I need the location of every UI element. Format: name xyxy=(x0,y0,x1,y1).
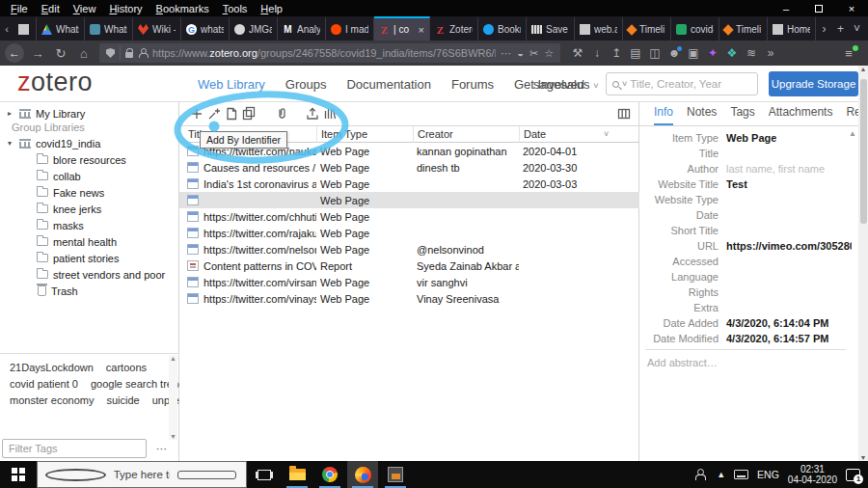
field-value[interactable]: 4/3/2020, 6:14:04 PM xyxy=(726,317,828,329)
back-button[interactable]: ← xyxy=(5,43,24,63)
column-header-creator[interactable]: Creator xyxy=(413,126,519,143)
menu-item[interactable]: Help xyxy=(254,3,289,14)
add-by-identifier-icon[interactable] xyxy=(206,106,222,122)
clock[interactable]: 02:3104-04-2020 xyxy=(788,464,837,486)
tag-item[interactable]: monster economy xyxy=(10,394,94,406)
show-hidden-icons-chevron[interactable]: ▲ xyxy=(717,470,725,479)
new-tab-button[interactable]: + xyxy=(832,16,849,41)
file-explorer-button[interactable] xyxy=(282,461,312,488)
overflow-icon[interactable]: » xyxy=(761,46,780,60)
browser-tab[interactable]: G whats xyxy=(181,16,230,41)
browser-tab[interactable]: I mad xyxy=(326,16,374,41)
account-icon[interactable]: ☻ xyxy=(665,46,684,60)
reload-button[interactable]: ↻ xyxy=(49,46,72,61)
browser-tab[interactable]: web.archiv xyxy=(575,16,623,41)
browser-tab[interactable]: Whats xyxy=(85,16,133,41)
details-tab[interactable]: Tags xyxy=(730,105,754,125)
send-tab-icon[interactable]: ↥ xyxy=(607,46,626,60)
minimize-button[interactable]: – xyxy=(770,0,802,16)
upgrade-storage-button[interactable]: Upgrade Storage xyxy=(769,71,858,96)
table-row[interactable]: Causes and resources / C… Web Page dines… xyxy=(179,159,639,176)
expand-arrow-icon[interactable]: ▸ xyxy=(5,109,14,118)
table-row[interactable]: https://twitter.com/virsang… Web Page vi… xyxy=(179,274,639,290)
task-view-button[interactable] xyxy=(249,461,280,488)
tag-item[interactable]: google search trends xyxy=(91,378,179,390)
menu-item[interactable]: History xyxy=(102,3,149,14)
tag-item[interactable]: suicide xyxy=(106,394,139,406)
image-viewer-button[interactable] xyxy=(380,461,411,488)
browser-tab[interactable]: Save P xyxy=(527,16,575,41)
sidebar-collection[interactable]: patient stories xyxy=(0,250,178,266)
export-icon[interactable] xyxy=(305,106,320,122)
pocket-icon[interactable]: ◒ xyxy=(517,47,524,60)
rss-icon[interactable]: ≋ xyxy=(742,46,761,60)
sidebar-icon[interactable]: ◫ xyxy=(645,46,665,60)
site-nav-link[interactable]: Forums xyxy=(451,77,494,92)
menu-item[interactable]: File xyxy=(4,3,35,14)
tag-item[interactable]: cartoons xyxy=(106,362,147,373)
hamburger-menu-icon[interactable]: ≡ xyxy=(839,46,858,61)
browser-tab[interactable]: Whats xyxy=(37,16,85,41)
browser-tab[interactable]: covid- xyxy=(671,16,719,41)
scroll-down-icon[interactable]: ▼ xyxy=(860,454,867,461)
sidebar-collection[interactable]: knee jerks xyxy=(0,201,178,217)
tracking-shield-icon[interactable] xyxy=(106,48,115,58)
browser-tab[interactable]: JMGa xyxy=(230,16,278,41)
close-button[interactable]: × xyxy=(835,0,868,16)
column-header-item-type[interactable]: Item Type xyxy=(316,126,413,143)
field-value[interactable]: Web Page xyxy=(726,132,776,144)
field-value[interactable]: 4/3/2020, 6:14:57 PM xyxy=(726,333,828,344)
browser-tab[interactable]: Z | co × xyxy=(374,16,430,41)
wrench-icon[interactable]: ⚒ xyxy=(568,46,587,60)
bookmark-star-icon[interactable]: ☆ xyxy=(544,47,554,60)
table-row[interactable]: https://twitter.com/rajaku… Web Page xyxy=(179,225,639,241)
extension2-icon[interactable]: ❖ xyxy=(722,46,742,60)
field-value[interactable]: https://vimeo.com/305280490 xyxy=(726,240,852,252)
forward-button[interactable]: → xyxy=(26,46,49,61)
site-nav-link[interactable]: Groups xyxy=(285,77,327,92)
library-lookup-icon[interactable] xyxy=(322,106,338,122)
language-indicator[interactable]: ENG xyxy=(757,469,779,480)
details-scroll-up-icon[interactable]: ▲ xyxy=(849,129,856,138)
field-value[interactable]: Test xyxy=(726,178,747,190)
collapse-arrow-icon[interactable]: ▾ xyxy=(5,139,14,148)
details-tab[interactable]: Attachments xyxy=(769,105,833,125)
browser-tab[interactable]: Home xyxy=(768,16,816,41)
abstract-placeholder[interactable]: Add abstract… xyxy=(647,357,718,368)
tag-item[interactable]: covid patient 0 xyxy=(10,378,78,390)
new-note-icon[interactable] xyxy=(224,106,239,122)
site-nav-link[interactable]: Web Library xyxy=(198,77,265,92)
screenshot-icon[interactable]: ✂ xyxy=(529,47,538,60)
sidebar-collection[interactable]: street vendors and poor xyxy=(0,266,178,283)
notification-center-icon[interactable]: 1 xyxy=(846,469,860,481)
page-actions-icon[interactable]: ⋯ xyxy=(501,47,511,60)
search-scope-caret-icon[interactable]: ˅ xyxy=(622,79,627,89)
people-icon[interactable] xyxy=(694,469,708,480)
details-tab[interactable]: Notes xyxy=(687,105,717,125)
firefox-button[interactable] xyxy=(347,461,378,488)
details-tab[interactable]: Info xyxy=(654,105,673,125)
tag-options-icon[interactable]: ⋯ xyxy=(156,443,167,455)
maximize-button[interactable] xyxy=(802,0,835,16)
home-button[interactable]: ⌂ xyxy=(72,46,95,61)
sidebar-collection[interactable]: mental health xyxy=(0,233,178,250)
menu-item[interactable]: Bookmarks xyxy=(149,3,216,14)
column-picker-icon[interactable] xyxy=(616,106,632,122)
keyboard-icon[interactable] xyxy=(734,470,748,479)
table-row[interactable]: Content patterns in COVID… Report Syeda … xyxy=(179,258,639,274)
tag-scrollbar[interactable]: ▲ ▼ xyxy=(169,355,177,440)
sidebar-collection[interactable]: masks xyxy=(0,217,178,233)
browser-tab[interactable]: Z Zotero xyxy=(430,16,478,41)
tag-item[interactable]: 21DaysLockdown xyxy=(10,362,94,373)
microphone-icon[interactable] xyxy=(177,471,236,479)
menu-item[interactable]: View xyxy=(67,3,103,14)
table-row[interactable]: https://twitter.com/chhuti_i… Web Page xyxy=(179,208,639,225)
field-value[interactable]: last name, first name xyxy=(726,163,825,175)
browser-tab[interactable]: M Analys xyxy=(278,16,326,41)
profile-icon[interactable] xyxy=(138,48,148,58)
sidebar-item-trash[interactable]: Trash xyxy=(0,283,178,299)
table-row[interactable]: https://twitter.com/vinaysr… Web Page Vi… xyxy=(179,290,639,307)
scrollbar-thumb[interactable] xyxy=(860,79,867,224)
chrome-button[interactable] xyxy=(314,461,345,488)
sort-caret-icon[interactable]: ˅ xyxy=(604,129,609,139)
